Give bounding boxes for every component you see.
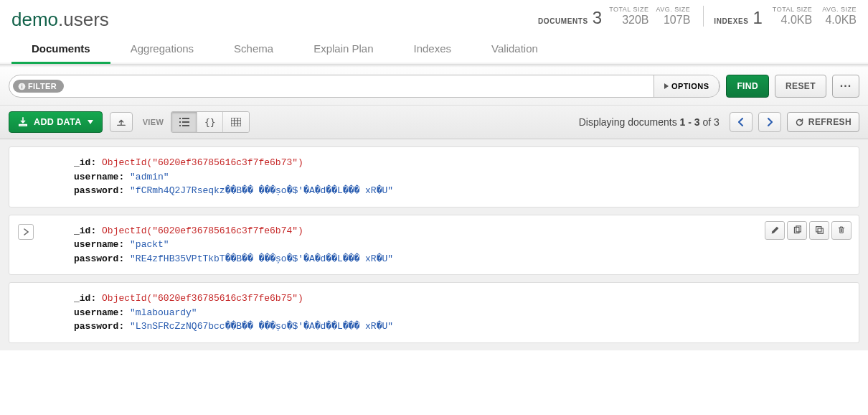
- document-row[interactable]: _id: ObjectId("6020ef36785616c3f7fe6b75"…: [9, 282, 859, 343]
- copy-icon: [793, 225, 802, 235]
- stats-bar: DOCUMENTS 3 TOTAL SIZE 320B AVG. SIZE 10…: [538, 6, 857, 31]
- add-data-button[interactable]: ADD DATA: [9, 111, 103, 133]
- doc-password: "L3nSFRcZzNQ67bcc��B�� ���șo�$'�A�d��L��…: [130, 321, 393, 332]
- doc-avg-size-label: AVG. SIZE: [656, 6, 691, 13]
- page-next-button[interactable]: [758, 112, 781, 132]
- svg-rect-8: [182, 125, 189, 126]
- chevron-left-icon: [738, 118, 744, 126]
- clone-button[interactable]: [809, 221, 829, 240]
- tab-indexes[interactable]: Indexes: [394, 34, 472, 64]
- doc-id: ObjectId("6020ef36785616c3f7fe6b73"): [102, 157, 303, 168]
- document-row[interactable]: _id: ObjectId("6020ef36785616c3f7fe6b74"…: [9, 215, 859, 276]
- doc-username: "admin": [130, 172, 169, 182]
- idx-avg-size-label: AVG. SIZE: [822, 6, 857, 13]
- edit-button[interactable]: [765, 221, 785, 240]
- export-icon: [116, 117, 126, 127]
- row-actions: [765, 221, 852, 240]
- svg-rect-7: [179, 125, 181, 126]
- doc-total-size-label: TOTAL SIZE: [609, 6, 648, 13]
- refresh-icon: [795, 118, 804, 127]
- view-list-button[interactable]: [171, 112, 197, 132]
- delete-button[interactable]: [831, 221, 852, 240]
- doc-username: "packt": [130, 239, 169, 250]
- idx-total-size-label: TOTAL SIZE: [773, 6, 812, 13]
- idx-total-size: 4.0KB: [781, 13, 813, 27]
- doc-id: ObjectId("6020ef36785616c3f7fe6b75"): [102, 293, 303, 304]
- more-button[interactable]: ···: [832, 75, 859, 98]
- svg-rect-5: [179, 121, 181, 123]
- doc-avg-size: 107B: [664, 13, 690, 27]
- chevron-right-icon: [767, 118, 773, 126]
- svg-rect-1: [22, 86, 22, 88]
- collection-title: demo.users: [11, 9, 109, 31]
- tab-validation[interactable]: Validation: [471, 34, 558, 64]
- download-icon: [18, 117, 28, 127]
- find-button[interactable]: FIND: [726, 75, 769, 98]
- indexes-label: INDEXES: [714, 17, 748, 25]
- collection-name: users: [63, 9, 109, 31]
- export-button[interactable]: [110, 112, 133, 132]
- svg-rect-4: [182, 118, 189, 119]
- trash-icon: [837, 225, 846, 235]
- ellipsis-icon: ···: [840, 80, 852, 93]
- doc-password: "RE4zfHB35VPtTkbT��B�� ���șo�$'�A�d��L��…: [130, 253, 393, 264]
- table-icon: [231, 118, 241, 126]
- list-icon: [179, 118, 189, 126]
- svg-rect-6: [182, 121, 189, 123]
- refresh-button[interactable]: REFRESH: [787, 112, 859, 132]
- doc-password: "fCRmh4Q2J7Rseqkz��B�� ���șo�$'�A�d��L��…: [130, 185, 393, 196]
- caret-right-icon: [664, 83, 669, 89]
- caret-down-icon: [88, 120, 93, 124]
- reset-button[interactable]: RESET: [775, 75, 826, 98]
- copy-button[interactable]: [787, 221, 807, 240]
- view-label: VIEW: [143, 118, 164, 126]
- documents-count: 3: [593, 9, 602, 27]
- documents-label: DOCUMENTS: [538, 17, 588, 25]
- document-list: _id: ObjectId("6020ef36785616c3f7fe6b73"…: [0, 139, 868, 350]
- tab-explain-plan[interactable]: Explain Plan: [293, 34, 393, 64]
- view-table-button[interactable]: [223, 112, 249, 132]
- doc-username: "mlabouardy": [130, 307, 197, 318]
- info-icon: [18, 83, 26, 90]
- tab-documents[interactable]: Documents: [11, 34, 110, 64]
- svg-rect-2: [22, 84, 22, 85]
- tab-bar: Documents Aggregations Schema Explain Pl…: [0, 34, 868, 65]
- svg-rect-17: [818, 228, 823, 233]
- idx-avg-size: 4.0KB: [825, 13, 857, 27]
- options-button[interactable]: OPTIONS: [654, 75, 720, 98]
- filter-bar: FILTER OPTIONS FIND RESET ···: [0, 67, 868, 106]
- chevron-right-icon: [24, 228, 29, 236]
- filter-tag: FILTER: [13, 80, 64, 93]
- filter-input[interactable]: [64, 75, 654, 97]
- paging-text: Displaying documents 1 - 3 of 3: [579, 116, 720, 128]
- view-mode-group: {}: [171, 111, 250, 133]
- doc-id: ObjectId("6020ef36785616c3f7fe6b74"): [102, 225, 303, 236]
- database-name: demo: [11, 9, 58, 31]
- view-json-button[interactable]: {}: [197, 112, 223, 132]
- document-row[interactable]: _id: ObjectId("6020ef36785616c3f7fe6b73"…: [9, 146, 859, 208]
- braces-icon: {}: [204, 117, 216, 128]
- tab-schema[interactable]: Schema: [214, 34, 293, 64]
- pencil-icon: [770, 225, 780, 235]
- doc-total-size: 320B: [622, 13, 648, 27]
- indexes-count: 1: [753, 9, 762, 27]
- svg-rect-16: [816, 227, 821, 232]
- expand-button[interactable]: [18, 224, 34, 240]
- clone-icon: [815, 225, 824, 235]
- document-toolbar: ADD DATA VIEW {} Displaying documents 1 …: [0, 106, 868, 139]
- svg-rect-9: [231, 118, 241, 126]
- svg-rect-3: [179, 118, 181, 119]
- tab-aggregations[interactable]: Aggregations: [110, 34, 214, 64]
- filter-input-wrap: FILTER OPTIONS: [9, 75, 720, 98]
- page-prev-button[interactable]: [730, 112, 753, 132]
